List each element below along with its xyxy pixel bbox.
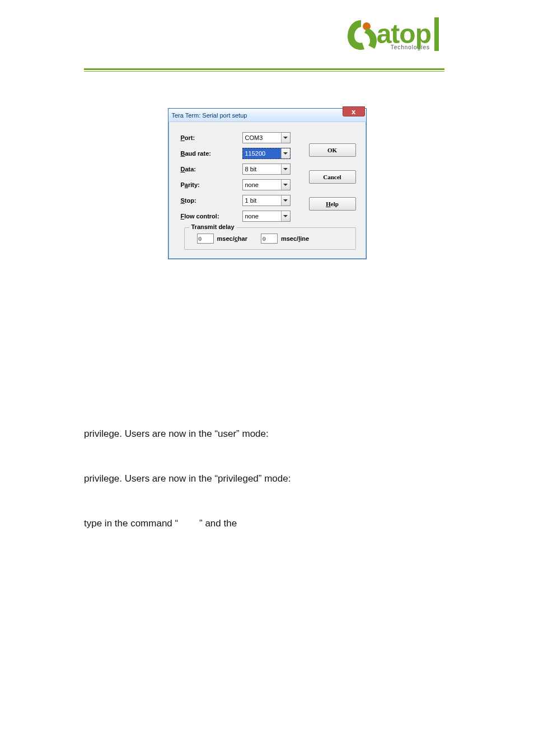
close-button[interactable]: x (343, 106, 365, 116)
msec-char-label: msec/char (217, 235, 247, 242)
chevron-down-icon[interactable] (281, 133, 290, 143)
msec-line-input[interactable] (261, 234, 278, 244)
transmit-delay-group: Transmit delay msec/char msec/line (184, 227, 356, 250)
ok-button[interactable]: OK (309, 143, 356, 157)
body-line-1: privilege. Users are now in the “user” m… (84, 427, 448, 441)
body-line-3: type in the command “ ” and the (84, 517, 448, 530)
body-text: privilege. Users are now in the “user” m… (84, 427, 448, 530)
baud-combo[interactable]: 115200 (242, 148, 291, 159)
close-icon: x (352, 108, 355, 115)
baud-label: Baud rate: (181, 150, 242, 157)
chevron-down-icon[interactable] (281, 211, 290, 221)
dialog-title: Tera Term: Serial port setup (172, 112, 247, 119)
header-divider-thick (84, 68, 444, 70)
chevron-down-icon[interactable] (281, 164, 290, 174)
chevron-down-icon[interactable] (281, 180, 290, 190)
data-label: Data: (181, 166, 242, 172)
logo-mark-icon (345, 17, 377, 51)
header-divider-thin (84, 71, 444, 72)
serial-port-setup-dialog: Tera Term: Serial port setup x OK Cancel… (168, 108, 367, 259)
body-line-2: privilege. Users are now in the “privile… (84, 472, 448, 486)
flow-combo[interactable]: none (242, 211, 291, 222)
chevron-down-icon[interactable] (281, 195, 290, 206)
logo: atop Technologies (345, 17, 439, 51)
port-label: Port: (181, 134, 242, 141)
help-button[interactable]: Help (309, 197, 356, 211)
parity-label: Parity: (181, 181, 242, 188)
stop-label: Stop: (181, 197, 242, 204)
stop-combo[interactable]: 1 bit (242, 195, 291, 206)
transmit-delay-legend: Transmit delay (189, 223, 237, 230)
data-combo[interactable]: 8 bit (242, 164, 291, 175)
cancel-button[interactable]: Cancel (309, 170, 356, 184)
logo-text-block: atop Technologies (377, 18, 431, 50)
flow-label: Flow control: (181, 213, 242, 220)
msec-char-input[interactable] (197, 234, 214, 244)
dialog-titlebar[interactable]: Tera Term: Serial port setup x (168, 109, 366, 122)
logo-text: atop (377, 19, 431, 49)
chevron-down-icon[interactable] (281, 148, 290, 158)
msec-line-label: msec/line (281, 235, 309, 242)
page-header: atop Technologies (0, 0, 534, 68)
logo-bar (434, 17, 439, 51)
parity-combo[interactable]: none (242, 179, 291, 190)
port-combo[interactable]: COM3 (242, 132, 291, 143)
